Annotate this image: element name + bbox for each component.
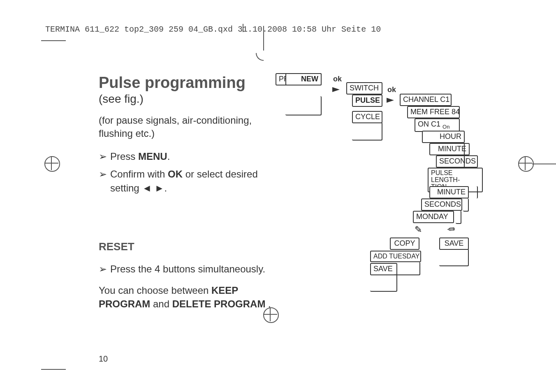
box-seconds: SECONDS: [421, 198, 462, 211]
chevron-icon: ➢: [99, 262, 107, 276]
step-text: .: [164, 182, 167, 194]
registration-mark: [518, 163, 532, 164]
box-seconds: SECONDS: [436, 155, 478, 168]
list-item: ➢ Press MENU.: [99, 150, 271, 164]
box-cycle: CYCLE: [352, 111, 382, 123]
ok-label: OK: [168, 168, 183, 180]
onc1-sub: On: [442, 124, 449, 130]
trim-mark: [263, 26, 264, 51]
box-hour: HOUR: [422, 131, 465, 143]
chevron-icon: ➢: [99, 150, 107, 164]
cascade-border: [458, 143, 465, 168]
step-text: .: [167, 151, 170, 162]
registration-mark: [44, 163, 58, 164]
choose-text: You can choose between KEEP PROGRAM and …: [99, 284, 271, 311]
reset-heading: RESET: [99, 240, 271, 253]
pencil-icon: ✎: [415, 224, 422, 235]
page-number: 10: [99, 354, 108, 364]
pencil-icon: ✎: [445, 223, 458, 236]
registration-mark: [44, 156, 60, 172]
cascade-border: [456, 211, 461, 224]
trim-mark: [532, 164, 556, 164]
cascade-border: [285, 96, 322, 115]
reset-step-text: Press the 4 buttons simultaneously.: [110, 262, 265, 276]
onc1-text: ON C1: [418, 120, 442, 128]
text: and: [150, 298, 172, 309]
box-channel: CHANNEL C1: [400, 94, 452, 106]
list-item: ➢ Press the 4 buttons simultaneously.: [99, 262, 271, 276]
step-list: ➢ Press MENU. ➢ Confirm with OK or selec…: [99, 150, 271, 195]
text: You can choose between: [99, 285, 211, 296]
box-monday: MONDAY: [413, 211, 454, 223]
print-header: TERMINA 611_622 top2_309 259 04_GB.qxd 3…: [45, 25, 381, 34]
box-switch: SWITCH: [346, 82, 382, 95]
box-minute: MINUTE: [429, 186, 469, 198]
box-save: SAVE: [439, 238, 469, 250]
menu-label: MENU: [138, 151, 167, 162]
box-copy: COPY: [390, 238, 419, 250]
ok-label: ok: [387, 85, 396, 94]
ok-label: ok: [333, 75, 342, 83]
box-add-tuesday: ADD TUESDAY: [370, 251, 421, 262]
arrow-icons: ◄ ►: [142, 182, 164, 194]
arrow-right-icon: [332, 87, 340, 92]
main-content: Pulse programming (see fig.) (for pause …: [99, 74, 271, 311]
page-title: Pulse programming: [99, 74, 271, 92]
arrow-right-icon: [387, 98, 394, 103]
trim-mark: [41, 369, 66, 370]
chevron-icon: ➢: [99, 167, 107, 195]
step-text: Confirm with: [110, 168, 168, 180]
cascade-border: [395, 262, 420, 275]
step-text: Press: [110, 151, 138, 162]
box-memfree: MEM FREE 84: [407, 106, 460, 118]
box-onc1: ON C1 On: [415, 118, 460, 132]
crop-mark-top: [241, 25, 246, 37]
cascade-border: [472, 186, 478, 198]
cascade-border: [352, 122, 382, 141]
page-subtitle: (see fig.): [99, 92, 271, 106]
box-pulse: PULSE: [352, 95, 382, 107]
box-save: SAVE: [370, 263, 397, 275]
cascade-border: [463, 198, 469, 212]
flow-diagram: PROGRAM NEW ok SWITCH PULSE CYCLE ok CHA…: [276, 73, 506, 353]
cascade-border: [370, 274, 397, 292]
box-new: NEW: [285, 73, 322, 85]
intro-text: (for pause signals, air-conditioning, fl…: [99, 114, 271, 141]
registration-mark: [263, 314, 277, 315]
list-item: ➢ Confirm with OK or select desired sett…: [99, 167, 271, 195]
delete-program-label: DELETE PROGRAM: [172, 298, 266, 309]
trim-mark: [41, 40, 66, 41]
registration-mark: [518, 156, 534, 172]
cascade-border: [439, 249, 469, 266]
reset-list: ➢ Press the 4 buttons simultaneously.: [99, 262, 271, 276]
